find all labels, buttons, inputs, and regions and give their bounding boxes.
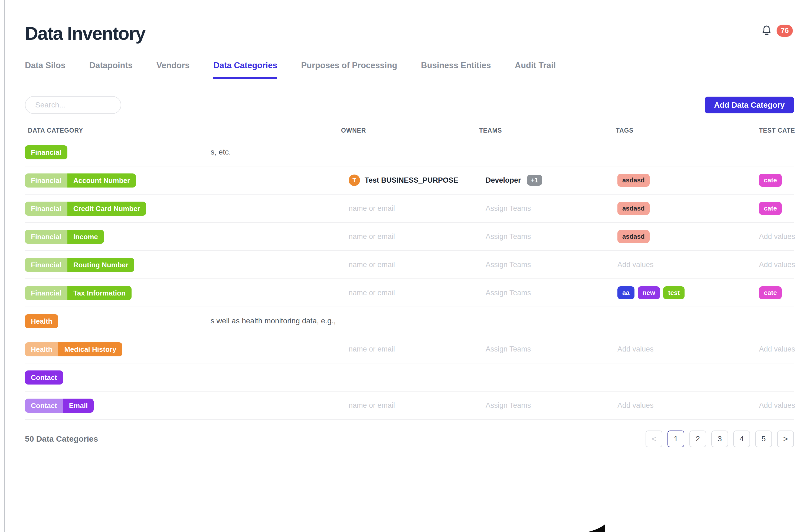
category-cell: ContactEmail	[25, 392, 341, 419]
teams-cell: Assign Teams	[479, 204, 616, 213]
category-cell: FinancialCredit Card Number	[25, 194, 341, 222]
test-category-cell: Add values	[759, 261, 794, 269]
pagination-page-1[interactable]: 1	[668, 431, 684, 447]
tags-cell: aanewtest	[616, 286, 759, 299]
owner-cell: name or email	[341, 232, 479, 241]
category-badge[interactable]: Health	[25, 314, 58, 328]
team-name[interactable]: Developer	[486, 176, 521, 185]
category-badge[interactable]: FinancialTax Information	[25, 286, 132, 300]
tag-badge[interactable]: cate	[759, 174, 782, 187]
category-badge[interactable]: ContactEmail	[25, 399, 94, 413]
owner-placeholder[interactable]: name or email	[349, 401, 395, 410]
teams-cell: Developer+1	[479, 175, 616, 186]
page-title: Data Inventory	[25, 23, 145, 44]
test-category-placeholder[interactable]: Add values	[759, 345, 795, 354]
pagination-next-button[interactable]: >	[777, 431, 794, 447]
owner-cell: name or email	[341, 289, 479, 297]
tag-badge[interactable]: test	[663, 286, 685, 299]
teams-cell: Assign Teams	[479, 401, 616, 410]
chevron-right-icon: >	[783, 435, 788, 443]
category-cell: FinancialAccount Number	[25, 166, 341, 194]
tab-data-categories[interactable]: Data Categories	[213, 61, 277, 79]
pagination-page-5[interactable]: 5	[755, 431, 772, 447]
pagination-page-4[interactable]: 4	[733, 431, 750, 447]
tags-cell: asdasd	[616, 174, 759, 187]
category-cell: FinancialTax Information	[25, 279, 341, 307]
category-badge[interactable]: Financial	[25, 145, 68, 159]
pagination-page-3[interactable]: 3	[711, 431, 728, 447]
column-header-teams: TEAMS	[479, 127, 616, 134]
page-header: Data Inventory 76	[25, 23, 794, 44]
owner-placeholder[interactable]: name or email	[349, 289, 395, 297]
table-header-row: DATA CATEGORY OWNER TEAMS TAGS TEST CATE	[25, 123, 794, 138]
search-input[interactable]	[25, 96, 121, 114]
tab-datapoints[interactable]: Datapoints	[89, 61, 133, 79]
test-category-placeholder[interactable]: Add values	[759, 261, 795, 269]
tab-data-silos[interactable]: Data Silos	[25, 61, 65, 79]
table-row: HealthMedical Historyname or emailAssign…	[25, 335, 794, 363]
tags-cell: Add values	[616, 345, 759, 354]
table-footer: 50 Data Categories <12345>	[25, 431, 794, 447]
notification-count-badge[interactable]: 76	[776, 25, 793, 37]
tag-badge[interactable]: new	[638, 286, 660, 299]
owner-placeholder[interactable]: name or email	[349, 261, 395, 269]
tab-business-entities[interactable]: Business Entities	[421, 61, 491, 79]
teams-placeholder[interactable]: Assign Teams	[486, 232, 531, 241]
category-badge[interactable]: HealthMedical History	[25, 342, 123, 356]
tab-audit-trail[interactable]: Audit Trail	[515, 61, 556, 79]
tag-badge[interactable]: aa	[617, 286, 635, 299]
category-badge[interactable]: FinancialIncome	[25, 230, 104, 244]
owner-placeholder[interactable]: name or email	[349, 345, 395, 354]
test-category-placeholder[interactable]: Add values	[759, 401, 795, 410]
owner-placeholder[interactable]: name or email	[349, 204, 395, 213]
table-body: Financials, etc.FinancialAccount NumberT…	[25, 138, 794, 420]
teams-placeholder[interactable]: Assign Teams	[486, 289, 531, 297]
owner-name[interactable]: Test BUSINESS_PURPOSE	[364, 176, 458, 185]
owner-cell: name or email	[341, 261, 479, 269]
tags-cell: Add values	[616, 261, 759, 269]
category-badge[interactable]: FinancialCredit Card Number	[25, 202, 146, 216]
tab-purposes-of-processing[interactable]: Purposes of Processing	[301, 61, 397, 79]
category-child-label: Credit Card Number	[68, 202, 146, 216]
tags-placeholder[interactable]: Add values	[617, 345, 654, 354]
column-header-test-category: TEST CATE	[759, 127, 795, 134]
tab-bar: Data SilosDatapointsVendorsData Categori…	[25, 61, 794, 79]
bell-icon[interactable]	[760, 24, 773, 37]
add-data-category-button[interactable]: Add Data Category	[705, 97, 794, 113]
tag-badge[interactable]: asdasd	[617, 174, 650, 187]
tag-badge[interactable]: cate	[759, 286, 782, 299]
pagination-page-2[interactable]: 2	[689, 431, 706, 447]
category-parent-label: Financial	[25, 230, 68, 244]
category-child-label: Medical History	[58, 342, 122, 356]
category-badge[interactable]: Contact	[25, 370, 63, 384]
test-category-placeholder[interactable]: Add values	[759, 232, 795, 241]
teams-placeholder[interactable]: Assign Teams	[486, 261, 531, 269]
tags-placeholder[interactable]: Add values	[617, 401, 654, 410]
pagination: <12345>	[645, 431, 794, 447]
category-parent-label: Contact	[25, 399, 63, 413]
test-category-cell: cate	[759, 286, 794, 299]
teams-placeholder[interactable]: Assign Teams	[486, 345, 531, 354]
table-row: FinancialCredit Card Numbername or email…	[25, 194, 794, 223]
tag-badge[interactable]: asdasd	[617, 202, 650, 215]
tag-badge[interactable]: asdasd	[617, 230, 650, 243]
table-row: FinancialIncomename or emailAssign Teams…	[25, 223, 794, 251]
pagination-prev-button[interactable]: <	[645, 431, 662, 447]
teams-placeholder[interactable]: Assign Teams	[486, 204, 531, 213]
table-row: Financials, etc.	[25, 138, 794, 166]
category-badge[interactable]: FinancialRouting Number	[25, 258, 134, 272]
main-content: Data Inventory 76 Data SilosDatapointsVe…	[25, 0, 794, 447]
extra-teams-badge[interactable]: +1	[527, 175, 542, 186]
category-badge[interactable]: FinancialAccount Number	[25, 173, 136, 188]
category-child-label: Account Number	[68, 173, 136, 188]
tags-placeholder[interactable]: Add values	[617, 261, 654, 269]
category-parent-label: Contact	[25, 370, 63, 384]
tab-vendors[interactable]: Vendors	[156, 61, 189, 79]
category-parent-label: Financial	[25, 202, 68, 216]
owner-placeholder[interactable]: name or email	[349, 232, 395, 241]
tag-badge[interactable]: cate	[759, 202, 782, 215]
owner-cell: name or email	[341, 345, 479, 354]
table-row: Contact	[25, 363, 794, 392]
teams-placeholder[interactable]: Assign Teams	[486, 401, 531, 410]
cursor-artifact	[587, 524, 605, 532]
